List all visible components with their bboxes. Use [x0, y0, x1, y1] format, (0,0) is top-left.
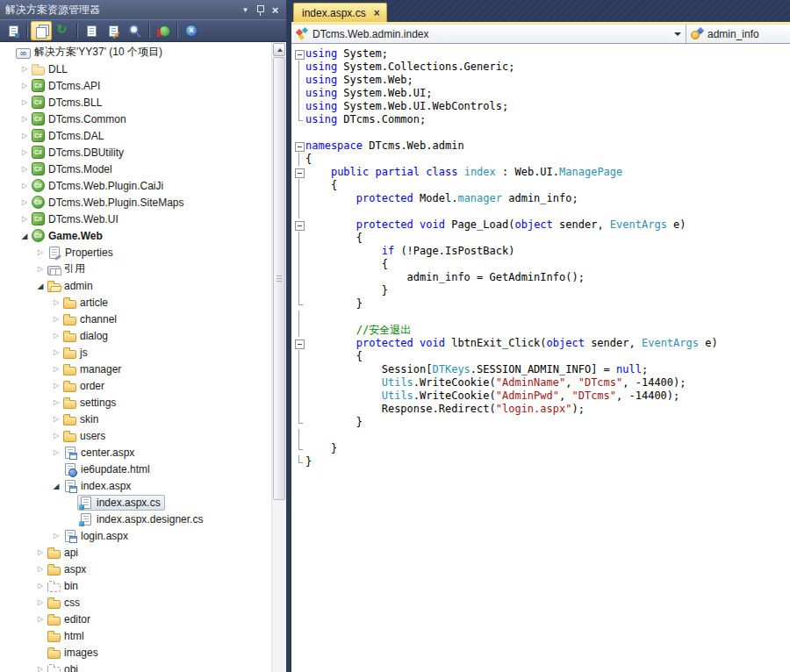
tree-item[interactable]: ▷DTcms.Web.UI — [0, 211, 271, 227]
outline-margin — [293, 153, 305, 166]
tree-item[interactable]: ▷bin — [0, 577, 271, 594]
tree-collapsed-arrow-icon[interactable]: ▷ — [19, 165, 30, 173]
tree-collapsed-arrow-icon[interactable]: ▷ — [35, 582, 46, 590]
tree-collapsed-arrow-icon[interactable]: ▷ — [51, 365, 61, 373]
folder-icon — [63, 417, 76, 425]
view-designer-button[interactable] — [103, 21, 124, 40]
tree-item[interactable]: ▷DTcms.DAL — [0, 127, 271, 144]
tree-collapsed-arrow-icon[interactable]: ▷ — [19, 215, 30, 223]
tree-item[interactable]: ◢Game.Web — [0, 227, 271, 244]
class-diagram-button[interactable] — [125, 21, 146, 40]
tree-collapsed-arrow-icon[interactable]: ▷ — [19, 82, 30, 89]
tree-collapsed-arrow-icon[interactable]: ▷ — [19, 182, 30, 189]
class-dropdown[interactable]: DTcms.Web.admin.index — [291, 25, 686, 43]
tree-item[interactable]: ▷login.aspx — [0, 527, 271, 544]
tree-collapsed-arrow-icon[interactable]: ▷ — [51, 332, 61, 340]
tree-collapsed-arrow-icon[interactable]: ▷ — [51, 448, 61, 456]
tree-item[interactable]: ▷skin — [0, 411, 271, 427]
show-all-files-button[interactable] — [31, 21, 52, 40]
tree-item[interactable]: ▷DTcms.Model — [0, 161, 271, 177]
tree-item[interactable]: ▷DTcms.API — [0, 77, 271, 94]
tree-item[interactable]: index.aspx.designer.cs — [0, 511, 271, 527]
tree-item[interactable]: ▷引用 — [0, 261, 271, 277]
tree-item[interactable]: ▷css — [0, 594, 271, 611]
tree-collapsed-arrow-icon[interactable]: ▷ — [35, 565, 46, 573]
csproj-icon — [32, 129, 45, 142]
tree-collapsed-arrow-icon[interactable]: ▷ — [51, 532, 61, 540]
tree-collapsed-arrow-icon[interactable]: ▷ — [19, 198, 30, 206]
tab-close-icon[interactable]: × — [374, 8, 380, 18]
tree-item[interactable]: ▷DTcms.BLL — [0, 94, 271, 111]
properties-window-button[interactable] — [3, 21, 24, 40]
code-text: { — [305, 153, 790, 166]
tree-collapsed-arrow-icon[interactable]: ▷ — [51, 315, 61, 323]
tree-collapsed-arrow-icon[interactable]: ▷ — [51, 348, 61, 356]
view-in-browser-button[interactable] — [153, 21, 174, 40]
tree-item[interactable]: ▷dialog — [0, 327, 271, 344]
close-panel-button[interactable]: × — [268, 4, 283, 17]
code-line: } — [293, 416, 790, 429]
tree-collapsed-arrow-icon[interactable]: ▷ — [51, 398, 61, 406]
tree-item[interactable]: html — [0, 627, 271, 644]
tree-item[interactable]: ie6update.html — [0, 461, 271, 477]
tree-collapsed-arrow-icon[interactable]: ▷ — [35, 665, 46, 672]
tree-item[interactable]: ▷editor — [0, 611, 271, 627]
tree-item[interactable]: ▷users — [0, 427, 271, 444]
tree-collapsed-arrow-icon[interactable]: ▷ — [35, 248, 46, 256]
tree-item[interactable]: ▷aspx — [0, 561, 271, 577]
scroll-up-arrow-icon[interactable] — [273, 43, 285, 56]
tree-item[interactable]: ▷center.aspx — [0, 444, 271, 461]
tree-collapsed-arrow-icon[interactable]: ▷ — [35, 615, 46, 623]
tree-collapsed-arrow-icon[interactable]: ▷ — [19, 132, 30, 139]
help-button[interactable] — [181, 21, 202, 40]
view-code-button[interactable] — [81, 21, 102, 40]
collapse-box-icon[interactable] — [293, 139, 305, 153]
tree-collapsed-arrow-icon[interactable]: ▷ — [19, 115, 30, 123]
tree-item[interactable]: ▷DTcms.Web.Plugin.SiteMaps — [0, 194, 271, 211]
tree-item[interactable]: ▷DTcms.Common — [0, 111, 271, 127]
tree-item[interactable]: 解决方案'YY37' (10 个项目) — [0, 44, 271, 61]
tree-item[interactable]: ▷article — [0, 294, 271, 311]
collapse-box-icon[interactable] — [293, 166, 305, 179]
tree-expanded-arrow-icon[interactable]: ◢ — [35, 282, 46, 290]
tree-collapsed-arrow-icon[interactable]: ▷ — [51, 382, 61, 390]
member-dropdown[interactable]: admin_info — [686, 25, 790, 43]
collapse-box-icon[interactable] — [293, 47, 305, 61]
tree-collapsed-arrow-icon[interactable]: ▷ — [51, 298, 61, 306]
tree-collapsed-arrow-icon[interactable]: ▷ — [19, 65, 30, 73]
tree-scrollbar[interactable] — [271, 42, 286, 672]
tree-collapsed-arrow-icon[interactable]: ▷ — [51, 432, 61, 440]
tree-item[interactable]: ▷DTcms.DBUtility — [0, 144, 271, 161]
tree-collapsed-arrow-icon[interactable]: ▷ — [51, 415, 61, 423]
tree-item[interactable]: ▷DTcms.Web.Plugin.CaiJi — [0, 177, 271, 194]
tree-item[interactable]: index.aspx.cs — [0, 494, 271, 511]
tree-collapsed-arrow-icon[interactable]: ▷ — [35, 548, 46, 556]
tree-collapsed-arrow-icon[interactable]: ▷ — [35, 598, 46, 606]
tree-expanded-arrow-icon[interactable]: ◢ — [51, 482, 61, 490]
tree-expanded-arrow-icon[interactable]: ◢ — [19, 232, 30, 240]
pin-button[interactable] — [253, 4, 268, 17]
tree-item[interactable]: images — [0, 644, 271, 661]
tree-item[interactable]: ▷channel — [0, 311, 271, 327]
tree-item[interactable]: ◢index.aspx — [0, 477, 271, 494]
tree-collapsed-arrow-icon[interactable]: ▷ — [35, 265, 46, 273]
tree-item[interactable]: ▷obj — [0, 661, 271, 672]
scrollbar-thumb[interactable] — [273, 57, 285, 500]
collapse-box-icon[interactable] — [293, 337, 305, 350]
tree-item[interactable]: ▷settings — [0, 394, 271, 411]
tree-item[interactable]: ▷DLL — [0, 61, 271, 77]
window-position-button[interactable]: ▾ — [238, 4, 253, 17]
tree-collapsed-arrow-icon[interactable]: ▷ — [19, 148, 30, 156]
tree-item[interactable]: ▷order — [0, 377, 271, 394]
refresh-button[interactable] — [53, 21, 74, 40]
tree-item[interactable]: ▷js — [0, 344, 271, 361]
code-text: } — [305, 416, 790, 429]
collapse-box-icon[interactable] — [293, 218, 305, 232]
tree-item[interactable]: ▷manager — [0, 361, 271, 377]
code-editor[interactable]: using System;using System.Collections.Ge… — [291, 44, 790, 672]
tree-item[interactable]: ▷Properties — [0, 244, 271, 261]
tree-item[interactable]: ◢admin — [0, 277, 271, 294]
tree-item[interactable]: ▷api — [0, 544, 271, 561]
tree-collapsed-arrow-icon[interactable]: ▷ — [19, 98, 30, 106]
tab-index-aspx-cs[interactable]: index.aspx.cs × — [293, 3, 387, 22]
